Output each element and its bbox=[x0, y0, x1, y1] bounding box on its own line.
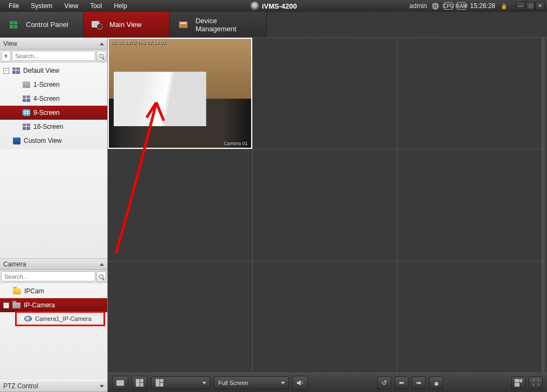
network-status-icon[interactable] bbox=[431, 2, 440, 10]
window-close-button[interactable]: ✕ bbox=[535, 2, 545, 10]
tree-ipcamera-group[interactable]: − IP-Camera bbox=[0, 298, 107, 312]
feed-timestamp: 01-01-1970 Thu 02:24:02 bbox=[111, 40, 165, 45]
video-feed: 01-01-1970 Thu 02:24:02 Camera 01 bbox=[109, 39, 251, 148]
tree-16-screen[interactable]: 16-Screen bbox=[0, 120, 107, 134]
tree-custom-view[interactable]: Custom View bbox=[0, 134, 107, 148]
layout-dropdown[interactable] bbox=[151, 376, 210, 389]
collapse-toggle[interactable]: − bbox=[3, 68, 9, 74]
expand-icon bbox=[532, 379, 539, 387]
clock: 15:26:28 bbox=[470, 2, 495, 10]
layout-right-button[interactable] bbox=[511, 376, 525, 389]
tree-default-view[interactable]: − Default View bbox=[0, 64, 107, 78]
layout-icon bbox=[515, 379, 522, 387]
collapse-toggle[interactable]: − bbox=[3, 302, 9, 308]
view-tree: − Default View 1-Screen 4-Screen 9-Scree… bbox=[0, 63, 107, 149]
bottom-toolbar: Full Screen bbox=[108, 373, 547, 392]
speaker-icon bbox=[296, 380, 304, 386]
ptz-panel-header[interactable]: PTZ Control bbox=[0, 380, 107, 392]
fullscreen-button[interactable] bbox=[529, 376, 543, 389]
video-cell-3[interactable] bbox=[397, 38, 542, 149]
chevron-up-icon bbox=[100, 43, 104, 45]
cpu-status-icon[interactable]: CPU bbox=[444, 2, 453, 10]
tree-1-screen[interactable]: 1-Screen bbox=[0, 78, 107, 92]
camera-search-button[interactable] bbox=[96, 271, 106, 282]
layout-multi-button[interactable] bbox=[131, 376, 148, 390]
control-panel-icon bbox=[8, 19, 19, 31]
folder-icon bbox=[12, 302, 20, 308]
device-management-icon bbox=[177, 19, 189, 31]
video-cell-6[interactable] bbox=[397, 149, 542, 260]
main-view-icon bbox=[91, 19, 103, 31]
chevron-down-icon bbox=[100, 385, 104, 388]
video-cell-7[interactable] bbox=[108, 262, 252, 373]
caret-down-icon bbox=[202, 382, 206, 384]
camera1-label: Camera1_IP-Camera bbox=[35, 315, 92, 322]
view-search-button[interactable] bbox=[96, 51, 106, 61]
menu-view[interactable]: View bbox=[59, 1, 84, 11]
next-button[interactable] bbox=[412, 376, 426, 389]
menu-file[interactable]: File bbox=[3, 1, 24, 11]
tree-9-screen[interactable]: 9-Screen bbox=[0, 106, 107, 120]
tab-control-panel[interactable]: Control Panel bbox=[0, 12, 84, 37]
feed-camera-label: Camera 01 bbox=[224, 141, 248, 146]
menu-help[interactable]: Help bbox=[108, 1, 133, 11]
view-search-input[interactable] bbox=[12, 51, 95, 61]
layouts-icon bbox=[136, 379, 143, 387]
monitor-icon bbox=[13, 137, 20, 144]
tab-device-management[interactable]: Device Management bbox=[170, 12, 267, 37]
undo-button[interactable] bbox=[377, 376, 391, 389]
chevron-up-icon bbox=[100, 263, 104, 266]
prev-button[interactable] bbox=[394, 376, 408, 389]
tab-main-view[interactable]: Main View bbox=[84, 12, 170, 37]
current-user: admin bbox=[410, 2, 427, 10]
grid16-icon bbox=[23, 123, 30, 130]
custom-view-label: Custom View bbox=[24, 137, 61, 145]
video-cell-1[interactable]: 01-01-1970 Thu 02:24:02 Camera 01 bbox=[108, 38, 252, 149]
camera-icon bbox=[24, 316, 32, 321]
sidebar: View + − Default View 1-Screen 4-Screen bbox=[0, 38, 108, 392]
video-cell-9[interactable] bbox=[397, 262, 542, 373]
screen-icon bbox=[23, 81, 30, 88]
pause-button[interactable] bbox=[429, 376, 443, 389]
ptz-panel-title: PTZ Control bbox=[3, 382, 38, 390]
video-grid: 01-01-1970 Thu 02:24:02 Camera 01 bbox=[108, 38, 542, 373]
menu-tool[interactable]: Tool bbox=[85, 1, 107, 11]
viewer-area: 01-01-1970 Thu 02:24:02 Camera 01 bbox=[108, 38, 547, 392]
arrow-right-icon bbox=[416, 379, 421, 387]
fullscreen-dropdown[interactable]: Full Screen bbox=[213, 376, 289, 389]
app-title: iVMS-4200 bbox=[262, 2, 297, 10]
svg-point-2 bbox=[99, 25, 101, 27]
app-logo-icon bbox=[250, 2, 259, 10]
camera-panel-title: Camera bbox=[3, 260, 26, 268]
grid9-icon bbox=[23, 109, 30, 116]
default-view-label: Default View bbox=[23, 67, 59, 74]
layouts-icon bbox=[156, 379, 163, 387]
video-cell-8[interactable] bbox=[253, 262, 397, 373]
ipcamera-label: IP-Camera bbox=[24, 301, 55, 309]
ram-status-icon[interactable]: RAM bbox=[457, 2, 466, 10]
view-panel-title: View bbox=[3, 40, 17, 47]
lock-icon[interactable] bbox=[500, 2, 508, 10]
vertical-scrollbar[interactable] bbox=[542, 38, 547, 373]
tree-4-screen[interactable]: 4-Screen bbox=[0, 92, 107, 106]
search-icon bbox=[99, 274, 103, 279]
fullscreen-label: Full Screen bbox=[218, 380, 248, 386]
tab-device-management-label: Device Management bbox=[196, 17, 259, 33]
camera1-item[interactable]: Camera1_IP-Camera bbox=[15, 311, 105, 326]
tree-ipcam-group[interactable]: IPCam bbox=[0, 284, 107, 298]
add-view-button[interactable]: + bbox=[1, 51, 11, 61]
video-cell-5[interactable] bbox=[253, 149, 397, 260]
grid-icon bbox=[12, 67, 20, 74]
camera-panel-header[interactable]: Camera bbox=[0, 258, 107, 270]
window-maximize-button[interactable]: ◻ bbox=[525, 2, 535, 10]
video-cell-2[interactable] bbox=[253, 38, 397, 149]
pause-icon bbox=[434, 379, 438, 387]
layout-1-button[interactable] bbox=[112, 376, 128, 390]
app-title-area: iVMS-4200 bbox=[250, 2, 297, 10]
menu-system[interactable]: System bbox=[25, 1, 58, 11]
window-minimize-button[interactable]: — bbox=[516, 2, 525, 10]
camera-search-input[interactable] bbox=[1, 271, 95, 281]
video-cell-4[interactable] bbox=[108, 149, 252, 260]
view-panel-header[interactable]: View bbox=[0, 38, 107, 50]
volume-button[interactable] bbox=[292, 376, 308, 390]
